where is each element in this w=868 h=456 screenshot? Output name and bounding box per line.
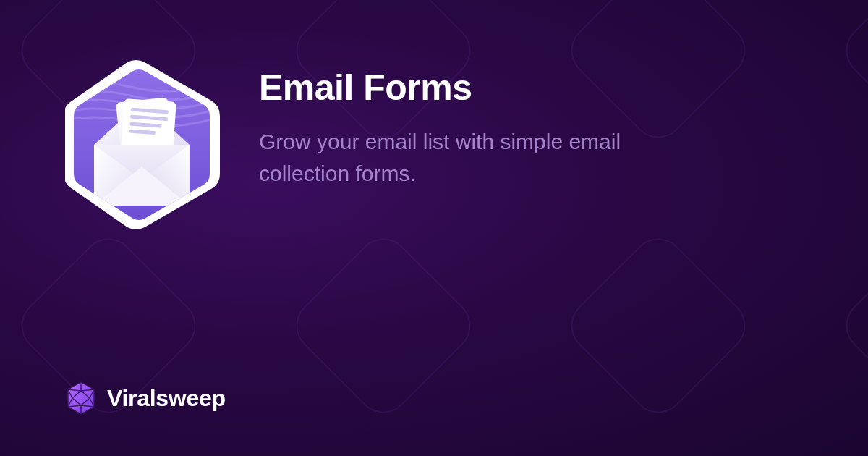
page-subtitle: Grow your email list with simple email c…: [259, 126, 707, 189]
hero-text: Email Forms Grow your email list with si…: [259, 58, 707, 189]
email-forms-icon: [65, 58, 224, 232]
brand: Viralsweep: [65, 381, 226, 415]
page-title: Email Forms: [259, 67, 707, 109]
hero-content: Email Forms Grow your email list with si…: [0, 0, 868, 232]
brand-logo-icon: [65, 381, 97, 415]
brand-name: Viralsweep: [107, 385, 226, 412]
